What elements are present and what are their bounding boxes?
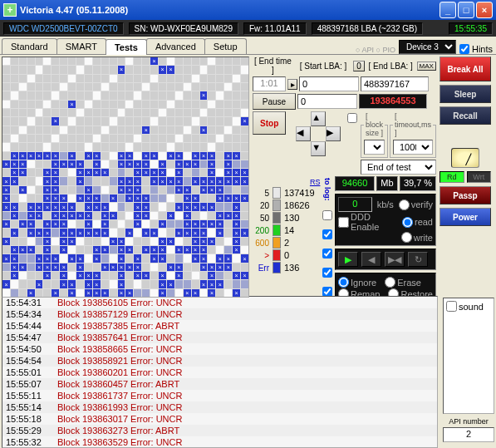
max-button[interactable]: MAX [417,62,436,71]
block-cell [125,254,133,262]
nav-right[interactable]: ▶ [326,126,341,141]
block-cell [11,186,18,194]
play-button[interactable]: ▶ [338,252,358,267]
block-cell [19,280,27,288]
stop-button[interactable]: Stop [253,111,286,135]
block-cell [27,66,35,73]
block-cell [60,289,67,297]
endtime-prev[interactable]: ▸ [287,79,297,90]
block-cell [208,194,215,202]
block-cell [110,117,117,125]
log-600-check[interactable] [322,249,332,258]
block-cell [200,203,208,210]
tab-smart[interactable]: SMART [56,38,106,54]
block-cell [134,160,141,168]
block-cell [118,160,125,168]
block-cell [224,160,232,168]
passp-button[interactable]: Passp [440,186,491,204]
block-cell [142,272,150,279]
block-cell [60,220,67,228]
block-cell [27,91,35,99]
breakall-button[interactable]: Break All [440,57,491,81]
curlba-input[interactable] [297,94,357,109]
block-cell [110,229,117,236]
recall-button[interactable]: Recall [440,106,491,125]
block-cell [159,57,166,65]
block-cell [76,91,84,99]
block-cell [36,101,43,108]
close-button[interactable]: × [476,2,493,18]
leg-gt: > [253,251,269,260]
block-cell [118,75,125,82]
block-cell [208,203,215,210]
block-cell [208,289,215,297]
block-cell [208,135,215,142]
block-cell [85,177,92,185]
block-cell [184,212,191,219]
block-cell [200,135,208,142]
block-cell [200,194,208,202]
endlba-input[interactable] [361,76,429,91]
log-err-check[interactable] [322,287,332,297]
timeout-select[interactable]: 10000 [393,140,433,155]
ddd-check[interactable]: DDD Enable [338,212,400,232]
block-cell [118,203,125,210]
log-50-check[interactable] [322,210,332,220]
nav-up[interactable]: ▲ [311,111,326,126]
rew-button[interactable]: ◀ [361,252,381,267]
write-radio[interactable]: write [401,232,433,243]
nav-down[interactable]: ▼ [311,141,326,156]
block-cell [93,177,101,185]
block-cell [216,143,223,150]
startlba-zero-button[interactable]: 0 [353,61,365,71]
maximize-button[interactable]: □ [458,2,474,18]
log-msg: Block 193863529 Error: UNCR [57,436,182,448]
block-cell [175,169,183,176]
log-gt-check[interactable] [322,268,332,278]
nav-left[interactable]: ◀ [296,126,311,141]
device-select[interactable]: Device 3 [399,40,456,54]
loop-button[interactable]: ↻ [408,252,428,267]
block-cell [110,126,117,134]
sound-check[interactable]: sound [446,301,491,312]
tab-tests[interactable]: Tests [106,39,147,55]
block-cell [175,109,183,116]
block-cell [142,194,150,202]
action-select[interactable]: End of test [361,160,436,175]
tab-advanced[interactable]: Advanced [146,38,205,54]
nav-check[interactable] [347,113,357,123]
erase-radio[interactable]: Erase [385,277,421,288]
startlba-input[interactable] [299,76,359,91]
tab-standard[interactable]: Standard [2,38,57,54]
block-cell [224,109,232,116]
verify-radio[interactable]: verify [399,199,433,210]
pause-button[interactable]: Pause [253,93,296,110]
power-button[interactable]: Power [440,208,491,226]
block-cell [43,101,51,108]
block-cell [118,177,125,185]
sleep-button[interactable]: Sleep [440,85,491,103]
log-time: 15:55:07 [6,378,51,390]
block-cell [76,83,84,91]
block-cell [110,220,117,228]
log-pane[interactable]: 15:54:31Block 193856105 Error: UNCR15:54… [2,296,438,448]
log-200-check[interactable] [322,229,332,239]
block-cell [241,177,248,185]
block-cell [192,57,199,65]
block-cell [200,186,208,194]
hints-check[interactable]: Hints [459,44,493,54]
block-cell [216,263,223,271]
minimize-button[interactable]: _ [440,2,456,18]
block-cell [192,101,199,108]
block-cell [184,135,191,142]
block-cell [52,212,59,219]
step-button[interactable]: ▶◀ [385,252,405,267]
block-cell [233,135,240,142]
tab-setup[interactable]: Setup [204,38,247,54]
rs-link[interactable]: RS [310,178,321,186]
block-cell [142,220,150,228]
read-radio[interactable]: read [402,217,433,228]
ignore-radio[interactable]: Ignore [338,277,376,288]
block-cell [76,220,84,228]
blocksize-select[interactable]: 256 [364,140,385,155]
